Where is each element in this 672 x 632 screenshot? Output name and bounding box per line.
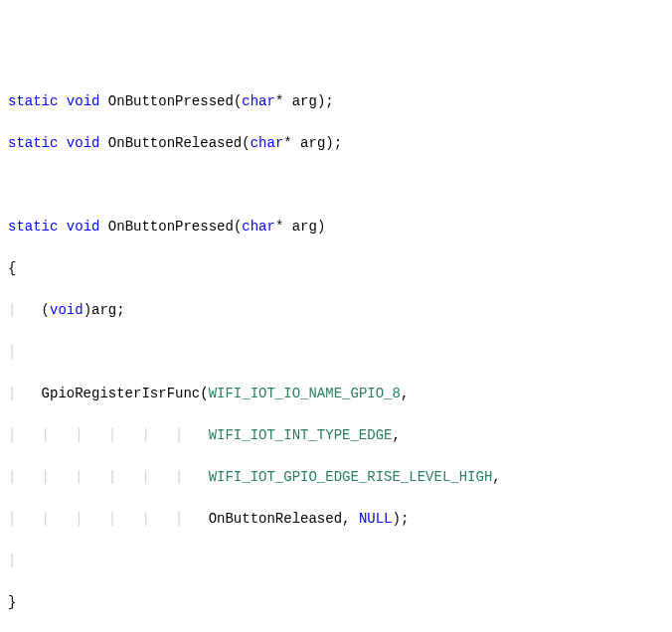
const-edge: WIFI_IOT_INT_TYPE_EDGE xyxy=(209,427,393,443)
kw-char: char xyxy=(251,135,284,151)
brace-close: } xyxy=(8,592,664,613)
kw-char: char xyxy=(242,219,275,235)
func-name: OnButtonReleased xyxy=(108,135,242,151)
func-name: OnButtonPressed xyxy=(108,219,234,235)
star: * xyxy=(275,219,292,235)
blank-line: | xyxy=(8,342,664,363)
void-arg-line: | (void)arg; xyxy=(8,300,664,321)
paren-open: ( xyxy=(242,135,250,151)
kw-void: void xyxy=(50,302,84,318)
func-name: OnButtonPressed xyxy=(108,93,234,109)
call-line-4: | | | | | | OnButtonReleased, NULL); xyxy=(8,509,664,530)
kw-void: void xyxy=(67,219,100,235)
kw-static: static xyxy=(8,219,58,235)
blank-line: | xyxy=(8,551,664,571)
call-line-2: | | | | | | WIFI_IOT_INT_TYPE_EDGE, xyxy=(8,425,664,446)
star: * xyxy=(283,135,300,151)
call-line-1: | GpioRegisterIsrFunc(WIFI_IOT_IO_NAME_G… xyxy=(8,384,664,404)
call-line-3: | | | | | | WIFI_IOT_GPIO_EDGE_RISE_LEVE… xyxy=(8,467,664,488)
decl-line-1: static void OnButtonPressed(char* arg); xyxy=(8,91,664,112)
const-rise: WIFI_IOT_GPIO_EDGE_RISE_LEVEL_HIGH xyxy=(209,469,493,485)
arg: arg xyxy=(91,302,116,318)
kw-static: static xyxy=(8,135,58,151)
func-call: GpioRegisterIsrFunc xyxy=(42,386,201,401)
semi: ; xyxy=(325,93,333,109)
kw-char: char xyxy=(242,93,275,109)
brace-open: { xyxy=(8,258,664,279)
kw-static: static xyxy=(8,93,58,109)
const-gpio8: WIFI_IOT_IO_NAME_GPIO_8 xyxy=(209,386,401,401)
code-block: static void OnButtonPressed(char* arg); … xyxy=(8,91,664,632)
arg: arg xyxy=(292,93,317,109)
star: * xyxy=(275,93,292,109)
func-def-1: static void OnButtonPressed(char* arg) xyxy=(8,217,664,237)
kw-void: void xyxy=(67,135,100,151)
arg: arg xyxy=(292,219,317,235)
decl-line-2: static void OnButtonReleased(char* arg); xyxy=(8,133,664,154)
kw-void: void xyxy=(67,93,100,109)
arg: arg xyxy=(300,135,325,151)
func-ref: OnButtonReleased xyxy=(209,511,342,527)
paren-close: ) xyxy=(325,135,333,151)
kw-null: NULL xyxy=(359,511,393,527)
paren-close: ) xyxy=(317,219,325,235)
blank-line xyxy=(8,175,664,196)
semi: ; xyxy=(334,135,342,151)
